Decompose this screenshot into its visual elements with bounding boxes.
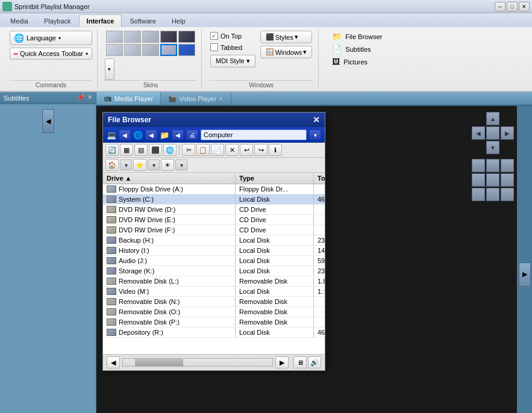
addr-go-btn[interactable]: ▾: [309, 129, 321, 140]
video-player-tab-close[interactable]: ✕: [219, 96, 224, 102]
drive-row[interactable]: Audio (J:) Local Disk 59: [103, 256, 325, 266]
zoom-br-btn[interactable]: [501, 188, 514, 201]
drive-row[interactable]: Floppy Disk Drive (A:) Floppy Disk Dr...: [103, 184, 325, 194]
pin-icon[interactable]: 📌: [77, 94, 85, 102]
tb-cut-btn[interactable]: ✂: [182, 144, 195, 156]
tab-media[interactable]: Media: [2, 14, 36, 27]
file-browser-item[interactable]: 📁 File Browser: [327, 31, 387, 42]
addr-folder-btn[interactable]: ◀: [172, 129, 184, 140]
tb-star-arrow-btn[interactable]: ▾: [148, 160, 160, 170]
on-top-checkbox[interactable]: On Top: [210, 31, 255, 41]
styles-btn[interactable]: ⬛ Styles ▾: [260, 31, 313, 43]
windows-btn[interactable]: 🪟 Windows ▾: [260, 46, 313, 58]
tabbed-checkbox[interactable]: Tabbed: [210, 42, 255, 52]
tab-playback[interactable]: Playback: [36, 14, 79, 27]
tb-sun-arrow-btn[interactable]: ▾: [175, 160, 187, 170]
nav-left-btn[interactable]: ◀: [472, 126, 485, 140]
skin-btn-1[interactable]: [106, 31, 123, 43]
subtitles-panel-close[interactable]: ✕: [87, 94, 92, 102]
media-player-tab[interactable]: 📺 Media Player: [96, 92, 161, 105]
tb-icon-btn[interactable]: ⬛: [149, 144, 162, 156]
skins-more-btn[interactable]: ▾: [105, 58, 114, 80]
skin-btn-10[interactable]: [178, 44, 195, 56]
mdi-style-btn[interactable]: MDI Style ▾: [210, 55, 255, 67]
nav-center-btn[interactable]: [486, 126, 499, 140]
total-column-header[interactable]: To: [314, 173, 325, 184]
addr-globe-btn[interactable]: ◀: [145, 129, 157, 140]
tb-home-btn[interactable]: 🏠: [105, 159, 119, 171]
drive-row[interactable]: Removable Disk (P:) Removable Disk: [103, 317, 325, 328]
pictures-item[interactable]: 🖼 Pictures: [327, 56, 387, 67]
tb-sun-btn[interactable]: ☀: [161, 159, 174, 171]
dialog-close-btn[interactable]: ✕: [313, 115, 320, 125]
zoom-bm-btn[interactable]: [486, 188, 499, 201]
skin-btn-7[interactable]: [124, 44, 141, 56]
drive-row[interactable]: Removable Disk (L:) Removable Disk 1.8: [103, 276, 325, 287]
drive-row[interactable]: Video (M:) Local Disk 1.:: [103, 287, 325, 297]
zoom-mr-btn[interactable]: [501, 173, 514, 187]
nav-up-btn[interactable]: ▲: [486, 112, 499, 125]
view-icon-btn[interactable]: 🖥: [293, 356, 307, 368]
language-dropdown[interactable]: 🌐 Language ▾: [10, 31, 92, 45]
drive-list[interactable]: Drive ▲ Type To Floppy Disk Drive (A:) F…: [103, 173, 325, 354]
zoom-tr-btn[interactable]: [501, 159, 514, 172]
tb-arrow-btn[interactable]: ▾: [120, 160, 132, 170]
drive-row[interactable]: DVD RW Drive (E:) CD Drive: [103, 215, 325, 225]
zoom-tm-btn[interactable]: [486, 159, 499, 172]
right-arrow-btn[interactable]: ▶: [519, 262, 531, 287]
skin-btn-2[interactable]: [124, 31, 141, 43]
drive-row[interactable]: Removable Disk (N:) Removable Disk: [103, 297, 325, 307]
tb-net-btn[interactable]: 🌐: [163, 144, 177, 156]
drive-row[interactable]: History (I:) Local Disk 14: [103, 246, 325, 256]
tb-star-btn[interactable]: ⭐: [133, 159, 146, 171]
address-input[interactable]: [201, 129, 307, 140]
skin-btn-3[interactable]: [142, 31, 159, 43]
tb-copy-btn[interactable]: 📋: [196, 144, 210, 156]
drive-row[interactable]: Removable Disk (O:) Removable Disk: [103, 307, 325, 317]
addr-back-btn[interactable]: ◀: [119, 129, 131, 140]
skin-btn-4[interactable]: [160, 31, 177, 43]
drive-row[interactable]: DVD RW Drive (D:) CD Drive: [103, 205, 325, 215]
zoom-mm-btn[interactable]: [486, 173, 499, 187]
tb-redo-btn[interactable]: ↪: [254, 144, 268, 156]
close-button[interactable]: ✕: [519, 2, 530, 11]
tb-paste-btn[interactable]: 📄: [211, 144, 224, 156]
subtitles-item[interactable]: 📄 Subtitles: [327, 43, 387, 55]
horizontal-scrollbar[interactable]: [122, 358, 273, 367]
addr-print-btn[interactable]: 🖨: [186, 129, 198, 140]
tb-list-btn[interactable]: ▦: [120, 144, 133, 156]
tb-detail-btn[interactable]: ▤: [134, 144, 148, 156]
type-column-header[interactable]: Type: [236, 173, 314, 184]
drive-column-header[interactable]: Drive ▲: [103, 173, 236, 184]
zoom-ml-btn[interactable]: [472, 173, 485, 187]
zoom-bl-btn[interactable]: [472, 188, 485, 201]
sound-btn[interactable]: 🔊: [308, 356, 321, 368]
skin-btn-6[interactable]: [106, 44, 123, 56]
drive-icon: [107, 288, 116, 295]
quick-access-toolbar-dropdown[interactable]: ━ Quick Access Toolbar ▾: [10, 48, 92, 60]
video-player-tab[interactable]: 🎬 Video Player ✕: [161, 92, 231, 105]
left-arrow-btn[interactable]: ◀: [42, 109, 54, 133]
drive-row[interactable]: Backup (H:) Local Disk 23: [103, 235, 325, 246]
tab-interface[interactable]: Interface: [79, 14, 122, 27]
nav-down-btn[interactable]: ▼: [486, 141, 499, 154]
drive-row[interactable]: DVD RW Drive (F:) CD Drive: [103, 225, 325, 235]
tb-delete-btn[interactable]: ✕: [225, 144, 239, 156]
maximize-button[interactable]: □: [507, 2, 518, 11]
skin-btn-8[interactable]: [142, 44, 159, 56]
tb-undo-btn[interactable]: ↩: [240, 144, 253, 156]
skin-btn-5[interactable]: [178, 31, 195, 43]
scroll-right-btn[interactable]: ▶: [275, 356, 289, 368]
tb-props-btn[interactable]: ℹ: [269, 144, 282, 156]
drive-row[interactable]: Depository (R:) Local Disk 46: [103, 328, 325, 338]
scroll-left-btn[interactable]: ◀: [107, 356, 120, 368]
tb-refresh-btn[interactable]: 🔄: [105, 144, 119, 156]
minimize-button[interactable]: ─: [495, 2, 505, 11]
tab-software[interactable]: Software: [122, 14, 163, 27]
tab-help[interactable]: Help: [164, 14, 193, 27]
drive-row[interactable]: System (C:) Local Disk 46: [103, 194, 325, 205]
nav-right-btn[interactable]: ▶: [501, 126, 514, 140]
skin-btn-9[interactable]: [160, 44, 177, 56]
zoom-tl-btn[interactable]: [472, 159, 485, 172]
drive-row[interactable]: Storage (K:) Local Disk 23: [103, 266, 325, 276]
